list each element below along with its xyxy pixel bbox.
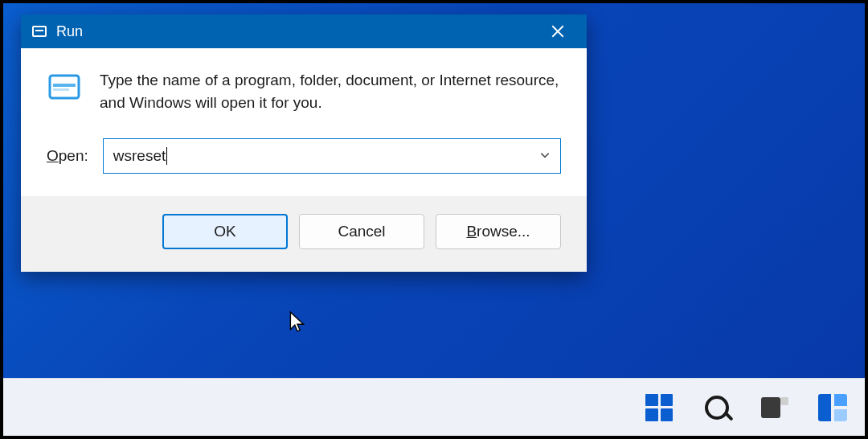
- run-title-icon: [32, 26, 47, 37]
- open-label: Open:: [47, 147, 88, 165]
- search-icon: [705, 396, 729, 420]
- widgets-button[interactable]: [804, 382, 862, 433]
- run-dialog: Run Type the name of a program, folder, …: [21, 14, 587, 272]
- windows-logo-icon: [645, 394, 673, 421]
- mouse-cursor-icon: [289, 310, 306, 336]
- desktop-wallpaper: Run Type the name of a program, folder, …: [2, 2, 866, 437]
- ok-button[interactable]: OK: [162, 214, 288, 249]
- open-row: Open: wsreset: [21, 129, 587, 196]
- cancel-button[interactable]: Cancel: [299, 214, 424, 249]
- taskbar: [3, 378, 865, 436]
- button-row: OK Cancel Browse...: [21, 196, 587, 272]
- chevron-down-icon[interactable]: [539, 147, 551, 165]
- search-button[interactable]: [688, 382, 746, 433]
- svg-rect-2: [53, 88, 69, 91]
- svg-rect-1: [53, 84, 76, 87]
- window-title: Run: [56, 23, 540, 40]
- start-button[interactable]: [630, 382, 688, 433]
- taskview-icon: [761, 397, 788, 418]
- taskview-button[interactable]: [746, 382, 804, 433]
- run-app-icon: [47, 69, 82, 108]
- close-button[interactable]: [540, 14, 575, 48]
- dialog-body: Type the name of a program, folder, docu…: [21, 48, 587, 129]
- open-combobox[interactable]: wsreset: [103, 138, 561, 174]
- close-icon: [551, 24, 565, 39]
- dialog-description: Type the name of a program, folder, docu…: [100, 69, 561, 114]
- widgets-icon: [818, 394, 847, 421]
- open-input-value: wsreset: [113, 147, 167, 166]
- titlebar[interactable]: Run: [21, 14, 587, 48]
- browse-button[interactable]: Browse...: [436, 214, 561, 249]
